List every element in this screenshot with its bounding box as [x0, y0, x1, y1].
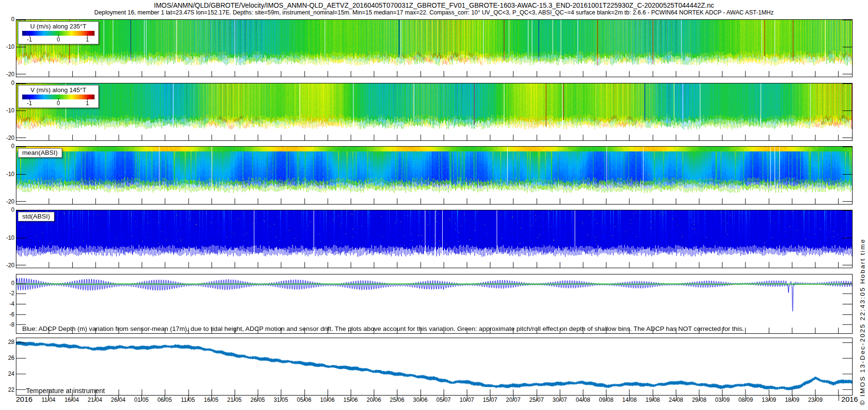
y-tick-label: -20	[0, 135, 14, 141]
y-tick-label: -2	[0, 290, 14, 297]
x-tick-mark	[583, 396, 583, 401]
temperature-plot	[16, 338, 852, 395]
u-legend-title: U (m/s) along 235°T	[18, 22, 98, 30]
temperature-label: Temperature at instrument	[26, 387, 105, 395]
y-tick-label: 24	[0, 370, 14, 377]
u-velocity-heatmap	[16, 20, 852, 77]
x-tick-mark	[444, 396, 444, 401]
u-colorbar-tick-label: -1	[27, 36, 32, 43]
y-tick-label: 26	[0, 355, 14, 361]
x-tick-mark	[839, 396, 839, 401]
x-tick-mark	[188, 396, 189, 401]
x-tick-mark	[420, 396, 421, 401]
y-tick-label: -20	[0, 262, 14, 269]
u-colorbar-legend: U (m/s) along 235°T -1 0 1	[18, 21, 99, 44]
depth-variation-plot	[16, 274, 852, 333]
panel-std-absi: std(ABSI)	[16, 210, 853, 268]
y-tick-label: -10	[0, 171, 14, 178]
std-absi-heatmap	[16, 210, 852, 268]
x-tick-mark	[792, 396, 793, 401]
year-label-start: 2016	[16, 395, 32, 404]
x-tick-mark	[327, 396, 328, 401]
figure-subtitle: Deployment 16, member 1 lat=23.47S lon=1…	[0, 9, 868, 16]
x-tick-mark	[467, 396, 467, 401]
mean-absi-heatmap	[16, 147, 852, 204]
x-tick-mark	[258, 396, 258, 401]
y-tick-label: -20	[0, 198, 14, 205]
y-tick-label: 0	[0, 206, 14, 213]
x-tick-mark	[234, 396, 235, 401]
x-tick-mark	[374, 396, 374, 401]
x-tick-mark	[95, 396, 95, 401]
v-colorbar-tick-label: 1	[86, 100, 89, 107]
v-colorbar-tick-label: 0	[57, 100, 60, 107]
y-tick-label: 0	[0, 143, 14, 150]
y-tick-label: -6	[0, 311, 14, 318]
mean-absi-label: mean(ABSI)	[18, 148, 62, 158]
y-tick-label: 0	[0, 280, 14, 287]
x-tick-mark	[397, 396, 397, 401]
u-colorbar-tick-label: 1	[86, 36, 89, 43]
x-tick-mark	[815, 396, 816, 401]
x-tick-mark	[537, 396, 537, 401]
panel-temperature: Temperature at instrument	[16, 338, 853, 396]
x-tick-mark	[164, 396, 165, 401]
y-tick-label: -20	[0, 71, 14, 78]
x-tick-mark	[606, 396, 607, 401]
u-colorbar-ticks: -1 0 1	[18, 36, 98, 44]
y-tick-label: -8	[0, 321, 14, 328]
x-tick-mark	[653, 396, 653, 401]
v-colorbar-tick-label: -1	[27, 100, 32, 107]
x-tick-mark	[281, 396, 281, 401]
v-colorbar-ticks: -1 0 1	[18, 99, 98, 108]
x-tick-mark	[769, 396, 770, 401]
y-tick-label: 22	[0, 386, 14, 393]
y-tick-label: -10	[0, 107, 14, 114]
std-absi-label: std(ABSI)	[18, 212, 54, 221]
figure: IMOS/ANMN/QLD/GBROTE/Velocity/IMOS_ANMN-…	[0, 0, 868, 410]
x-tick-mark	[118, 396, 119, 401]
depth-variation-annotation: Blue: ADCP Depth (m) variation from sens…	[22, 325, 744, 332]
panel-mean-absi: mean(ABSI)	[16, 146, 853, 205]
copyright-vertical-text: © IMOS 13-Dec-2025 22:43:05 Hobart time	[859, 238, 866, 405]
panel-depth-variation: Blue: ADCP Depth (m) variation from sens…	[16, 274, 853, 334]
x-tick-mark	[351, 396, 351, 401]
x-tick-mark	[211, 396, 212, 401]
v-colorbar-legend: V (m/s) along 145°T -1 0 1	[18, 85, 99, 108]
y-tick-label: -10	[0, 43, 14, 50]
year-label-end: 2016	[841, 395, 858, 404]
x-tick-mark	[304, 396, 305, 401]
x-tick-mark	[722, 396, 723, 401]
v-legend-title: V (m/s) along 145°T	[18, 85, 98, 94]
v-velocity-heatmap	[16, 83, 852, 140]
x-tick-mark	[629, 396, 630, 401]
y-tick-label: 0	[0, 80, 14, 86]
x-tick-mark	[513, 396, 514, 401]
u-colorbar-tick-label: 0	[57, 36, 60, 43]
x-tick-mark	[699, 396, 700, 401]
x-tick-mark	[490, 396, 490, 401]
x-tick-mark	[72, 396, 72, 401]
x-tick-mark	[141, 396, 142, 401]
x-tick-mark	[746, 396, 746, 401]
y-tick-label: -4	[0, 301, 14, 307]
x-tick-mark	[560, 396, 560, 401]
x-tick-mark	[48, 396, 49, 401]
y-tick-label: -10	[0, 234, 14, 241]
panel-v-velocity: V (m/s) along 145°T -1 0 1	[16, 83, 853, 141]
panel-u-velocity: U (m/s) along 235°T -1 0 1	[16, 19, 853, 77]
y-tick-label: 28	[0, 339, 14, 345]
figure-title: IMOS/ANMN/QLD/GBROTE/Velocity/IMOS_ANMN-…	[0, 1, 868, 9]
y-tick-label: 0	[0, 16, 14, 23]
x-tick-mark	[676, 396, 677, 401]
